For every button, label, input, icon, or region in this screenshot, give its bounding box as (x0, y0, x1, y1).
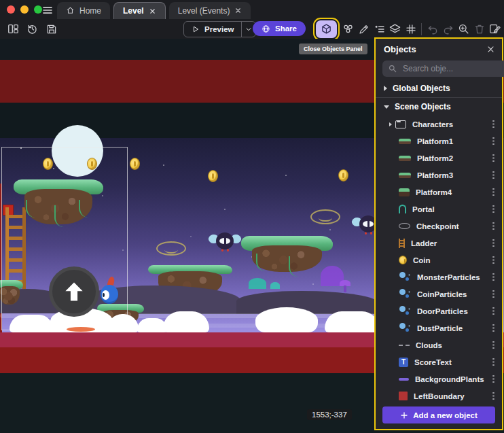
minimize-window-icon[interactable] (20, 5, 29, 14)
object-menu-icon[interactable] (490, 256, 497, 265)
object-list-item[interactable]: DoorParticles (376, 302, 502, 319)
object-list-item[interactable]: Coin (376, 252, 502, 269)
close-panel-icon[interactable] (486, 45, 495, 54)
platform-icon (399, 156, 411, 161)
coin-object[interactable] (43, 158, 53, 170)
background-plant[interactable] (340, 280, 350, 286)
monster-object[interactable] (209, 232, 240, 252)
object-list-item[interactable]: DustParticle (376, 319, 502, 336)
object-list-item[interactable]: LeftBoundary (376, 387, 502, 404)
coin-object[interactable] (87, 158, 97, 170)
preview-button[interactable]: Preview (183, 21, 256, 37)
tab-level[interactable]: Level (113, 2, 166, 19)
share-label: Share (275, 24, 297, 33)
jump-button-object[interactable] (49, 266, 99, 317)
object-list-item[interactable]: TScoreText (376, 353, 502, 370)
object-menu-icon[interactable] (490, 239, 497, 248)
share-button[interactable]: Share (253, 21, 306, 36)
search-box[interactable] (382, 60, 504, 77)
object-list: CharactersPlatform1Platform2Platform3Pla… (376, 116, 502, 406)
cloud-object[interactable] (163, 311, 209, 332)
tab-level-events[interactable]: Level (Events) (169, 2, 251, 19)
collapsed-arrow-icon (384, 86, 387, 91)
plant-line-icon (399, 378, 409, 381)
background-plant[interactable] (270, 282, 280, 289)
checkpoint-object[interactable] (156, 241, 186, 256)
edit-scene-icon[interactable] (488, 21, 502, 37)
tab-home[interactable]: Home (57, 2, 110, 19)
zoom-in-icon[interactable] (456, 21, 471, 37)
object-menu-icon[interactable] (490, 205, 497, 214)
object-menu-icon[interactable] (490, 120, 497, 129)
object-list-item[interactable]: Ladder (376, 235, 502, 252)
object-menu-icon[interactable] (490, 341, 497, 350)
object-name: Portal (412, 205, 435, 213)
group-global-objects[interactable]: Global Objects (376, 80, 502, 97)
instances-icon[interactable] (341, 21, 355, 37)
object-list-item[interactable]: Platform3 (376, 167, 502, 184)
cursor-coordinates: 1553;-337 (307, 409, 352, 420)
object-menu-icon[interactable] (490, 188, 497, 197)
object-menu-icon[interactable] (490, 290, 497, 299)
object-name: Clouds (416, 341, 442, 349)
panel-layout-icon[interactable] (5, 21, 21, 37)
object-list-item[interactable]: Checkpoint (376, 218, 502, 235)
coin-object[interactable] (130, 158, 140, 170)
group-scene-objects[interactable]: Scene Objects (376, 98, 502, 116)
folder-icon (395, 120, 406, 128)
play-icon (192, 25, 200, 33)
object-menu-icon[interactable] (490, 324, 497, 333)
object-menu-icon[interactable] (490, 222, 497, 231)
object-menu-icon[interactable] (490, 137, 497, 146)
search-input[interactable] (401, 63, 504, 74)
menu-icon[interactable] (41, 3, 54, 16)
close-tab-icon[interactable] (149, 7, 156, 15)
object-name: Ladder (411, 239, 437, 247)
background-plant[interactable] (249, 278, 266, 289)
cloud-object[interactable] (325, 311, 379, 332)
player-character[interactable] (101, 278, 120, 311)
object-list-item[interactable]: Clouds (376, 336, 502, 353)
close-window-icon[interactable] (7, 5, 15, 14)
object-menu-icon[interactable] (490, 392, 497, 401)
object-list-item[interactable]: Platform4 (376, 184, 502, 201)
cloud-object[interactable] (255, 307, 318, 332)
coin-object[interactable] (208, 170, 218, 182)
object-menu-icon[interactable] (490, 307, 497, 316)
object-list-item[interactable]: BackgroundPlants (376, 370, 502, 387)
particles-icon (399, 323, 411, 334)
history-icon[interactable] (24, 21, 40, 37)
object-list-item[interactable]: Characters (376, 116, 502, 133)
checkpoint-object[interactable] (310, 209, 340, 224)
object-menu-icon[interactable] (490, 154, 497, 163)
object-menu-icon[interactable] (490, 358, 497, 367)
platform-object[interactable] (241, 236, 333, 272)
layers-icon[interactable] (388, 21, 402, 37)
add-object-button[interactable]: Add a new object (382, 406, 495, 423)
object-list-item[interactable]: MonsterParticles (376, 269, 502, 285)
trash-icon[interactable] (472, 21, 486, 37)
collapsed-arrow-icon[interactable] (389, 122, 392, 126)
objects-panel-icon[interactable] (316, 20, 337, 38)
redo-icon[interactable] (441, 21, 455, 37)
cloud-object[interactable] (10, 315, 53, 332)
object-list-item[interactable]: Platform1 (376, 133, 502, 150)
grid-icon[interactable] (403, 21, 418, 37)
object-list-item[interactable]: Platform2 (376, 150, 502, 167)
object-list-item[interactable]: CoinParticles (376, 285, 502, 302)
object-menu-icon[interactable] (490, 375, 497, 384)
close-tab-icon[interactable] (234, 7, 242, 14)
pencil-icon[interactable] (357, 21, 371, 37)
object-menu-icon[interactable] (490, 273, 497, 282)
save-icon[interactable] (43, 21, 59, 37)
object-list-item[interactable]: Portal (376, 201, 502, 218)
coin-object[interactable] (338, 169, 348, 181)
object-menu-icon[interactable] (490, 171, 497, 180)
plus-icon (400, 411, 408, 419)
object-name: Checkpoint (416, 222, 459, 230)
object-name: Platform4 (416, 188, 452, 196)
properties-icon[interactable] (372, 21, 386, 37)
undo-icon[interactable] (425, 21, 439, 37)
dashes-icon (399, 345, 410, 346)
object-name: Coin (413, 256, 431, 264)
